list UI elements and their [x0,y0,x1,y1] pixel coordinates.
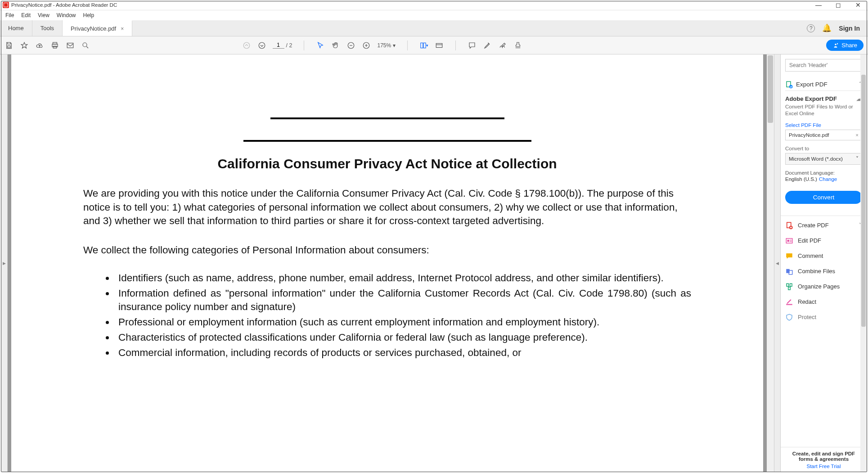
tool-label: Edit PDF [798,237,821,244]
selected-file-field[interactable]: PrivacyNotice.pdf × [785,130,862,140]
export-pdf-header[interactable]: Export PDF ˄ [785,78,862,91]
convert-to-select[interactable]: Microsoft Word (*.docx) ˅ [785,153,862,165]
help-icon[interactable]: ? [807,24,815,32]
print-icon[interactable] [50,41,59,50]
zoom-in-icon[interactable] [362,41,371,50]
tool-item-protect[interactable]: Protect [785,310,862,325]
tab-tools[interactable]: Tools [32,20,63,36]
share-button[interactable]: Share [826,40,864,51]
svg-rect-0 [8,45,10,48]
svg-point-7 [259,42,265,49]
acrobat-app-icon [3,2,9,8]
highlight-icon[interactable] [483,41,492,50]
doc-bullet: Information defined as "personal informa… [115,287,691,314]
stamp-icon[interactable] [513,41,522,50]
menu-file[interactable]: File [2,12,18,18]
change-language-link[interactable]: Change [819,176,837,182]
menu-window[interactable]: Window [53,12,80,18]
share-label: Share [841,42,857,49]
email-icon[interactable] [66,41,75,50]
doc-bullet: Professional or employment information (… [115,315,691,329]
svg-point-16 [789,85,793,89]
toolbar: / 2 175% ▾ ▾ Share [0,36,868,54]
chevron-down-icon: ▾ [393,42,396,49]
menu-view[interactable]: View [34,12,53,18]
left-panel-toggle[interactable] [1,54,8,472]
window-maximize-button[interactable]: ◻ [828,0,848,10]
zoom-value: 175% [377,42,391,49]
notifications-icon[interactable]: 🔔 [822,23,832,33]
tool-item-combine[interactable]: Combine Files [785,264,862,279]
svg-rect-26 [786,304,792,305]
document-scrollbar[interactable] [767,54,774,472]
fit-width-icon[interactable]: ▾ [419,41,428,50]
svg-rect-24 [790,284,792,286]
tool-label: Combine Files [798,268,835,275]
export-pdf-icon [785,81,792,88]
svg-rect-3 [53,46,57,48]
svg-point-6 [243,42,250,49]
footer-line-1: Create, edit and sign PDF [783,451,864,456]
convert-to-value: Microsoft Word (*.docx) [789,156,843,162]
comment-note-icon[interactable] [468,41,477,50]
svg-point-13 [835,43,837,45]
convert-to-label: Convert to [785,146,862,151]
sign-in-link[interactable]: Sign In [839,25,860,32]
tool-item-comment[interactable]: Comment [785,248,862,264]
document-viewport[interactable]: California Consumer Privacy Act Notice a… [8,54,774,472]
zoom-out-icon[interactable] [346,41,355,50]
edit-pdf-icon [785,237,793,245]
tab-close-icon[interactable]: × [121,26,124,32]
sign-icon[interactable] [498,41,507,50]
page-up-icon[interactable] [242,41,251,50]
menu-edit[interactable]: Edit [18,12,34,18]
doc-paragraph-2: We collect the following categories of P… [83,243,691,257]
svg-rect-10 [421,43,423,48]
protect-icon [785,313,793,321]
tool-item-edit-pdf[interactable]: Edit PDF [785,233,862,248]
svg-rect-20 [787,240,790,242]
svg-rect-4 [67,43,73,48]
svg-rect-23 [787,284,789,286]
panel-scrollbar[interactable] [860,54,867,472]
svg-point-5 [83,43,87,47]
comment-icon [785,252,793,260]
tab-home[interactable]: Home [0,20,32,36]
find-icon[interactable] [81,41,90,50]
convert-button[interactable]: Convert [785,191,862,204]
svg-rect-11 [423,43,426,48]
chevron-down-icon: ˅ [856,156,859,162]
clear-file-icon[interactable]: × [855,132,859,138]
tools-search-input[interactable] [785,59,862,72]
page-number-input[interactable] [273,42,284,49]
hand-pan-icon[interactable] [331,41,340,50]
doc-bullet: Identifiers (such as name, address, phon… [115,271,691,285]
tab-document-label: PrivacyNotice.pdf [71,25,116,32]
cloud-upload-icon[interactable] [35,41,44,50]
zoom-level[interactable]: 175% ▾ [377,42,396,49]
panel-footer: Create, edit and sign PDF forms & agreem… [781,447,867,472]
window-close-button[interactable]: ✕ [848,0,868,10]
window-title: PrivacyNotice.pdf - Adobe Acrobat Reader… [11,2,117,8]
select-pdf-label: Select PDF File [785,122,862,128]
start-free-trial-link[interactable]: Start Free Trial [783,464,864,469]
workspace: California Consumer Privacy Act Notice a… [1,54,867,472]
save-icon[interactable] [4,41,13,50]
pdf-page: California Consumer Privacy Act Notice a… [11,54,763,472]
tool-item-redact[interactable]: Redact [785,294,862,310]
create-pdf-icon [785,221,793,230]
tool-item-organize[interactable]: Organize Pages [785,279,862,294]
svg-rect-12 [436,43,442,47]
menu-help[interactable]: Help [80,12,98,18]
selected-file-name: PrivacyNotice.pdf [789,132,829,138]
tool-item-create-pdf[interactable]: Create PDF ˅ [785,218,862,233]
window-minimize-button[interactable]: — [809,0,828,10]
right-panel-toggle[interactable] [774,54,780,472]
tab-document[interactable]: PrivacyNotice.pdf × [63,20,132,36]
read-mode-icon[interactable] [435,41,444,50]
tool-label: Comment [798,252,823,259]
tabs-row: Home Tools PrivacyNotice.pdf × ? 🔔 Sign … [0,20,868,36]
star-icon[interactable] [20,41,29,50]
page-down-icon[interactable] [257,41,266,50]
selection-arrow-icon[interactable] [316,41,325,50]
